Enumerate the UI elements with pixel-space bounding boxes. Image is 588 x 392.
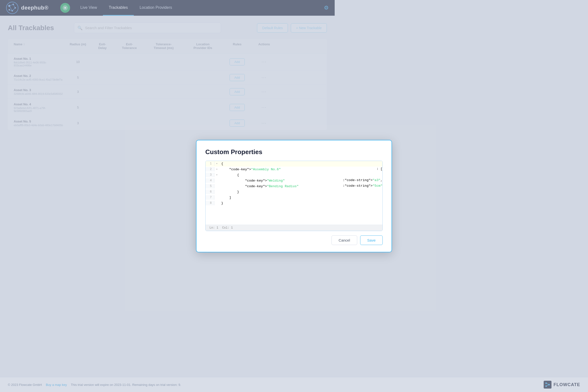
code-line: 5 "code-key">"Bending Radius": "code-str… <box>206 184 335 189</box>
code-line: 7 ] <box>206 195 335 200</box>
line-code: "code-key">"Welding" <box>219 178 335 183</box>
modal-overlay: Custom Properties 1 ▾ { 2 ▾ "code-key">"… <box>0 0 335 220</box>
code-line: 8 } <box>206 200 335 206</box>
code-editor[interactable]: 1 ▾ { 2 ▾ "code-key">"Assembly No.6": [ … <box>205 161 335 220</box>
line-indicator <box>214 184 219 184</box>
line-code: "code-key">"Assembly No.6" <box>219 167 335 172</box>
line-indicator: ▾ <box>214 167 219 171</box>
line-number: 7 <box>206 195 214 200</box>
line-code: ] <box>219 195 335 200</box>
code-line: 1 ▾ { <box>206 161 335 166</box>
code-line: 6 } <box>206 189 335 195</box>
line-indicator <box>214 178 219 179</box>
code-line: 4 "code-key">"Welding": "code-string">"a… <box>206 178 335 184</box>
line-number: 2 <box>206 167 214 172</box>
line-number: 4 <box>206 178 214 183</box>
line-number: 8 <box>206 201 214 205</box>
code-lines: 1 ▾ { 2 ▾ "code-key">"Assembly No.6": [ … <box>206 161 335 220</box>
code-line: 2 ▾ "code-key">"Assembly No.6": [ <box>206 166 335 172</box>
line-number: 6 <box>206 190 214 194</box>
line-code: } <box>219 190 335 194</box>
line-indicator <box>214 201 219 202</box>
line-indicator: ▾ <box>214 162 219 165</box>
custom-properties-modal: Custom Properties 1 ▾ { 2 ▾ "code-key">"… <box>196 140 335 220</box>
line-number: 5 <box>206 184 214 188</box>
line-code: { <box>219 173 335 178</box>
line-number: 3 <box>206 173 214 177</box>
line-indicator: ▾ <box>214 173 219 176</box>
line-code: { <box>219 162 335 166</box>
line-indicator <box>214 190 219 190</box>
modal-title: Custom Properties <box>205 148 335 156</box>
line-indicator <box>214 195 219 196</box>
code-line: 3 ▾ { <box>206 172 335 178</box>
line-code: } <box>219 201 335 206</box>
line-number: 1 <box>206 162 214 166</box>
line-code: "code-key">"Bending Radius" <box>219 184 335 189</box>
